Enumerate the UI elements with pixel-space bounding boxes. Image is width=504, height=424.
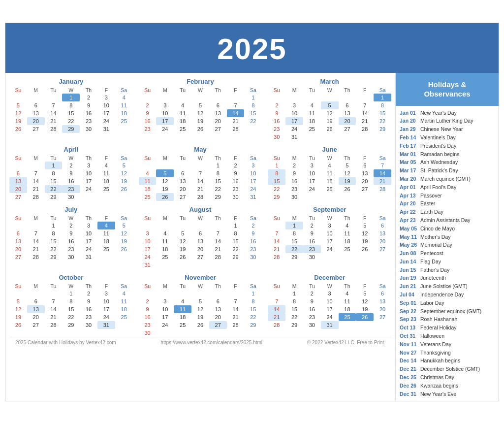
cal-day: 22 [209, 185, 227, 193]
cal-day: 3 [321, 222, 339, 229]
cal-day: 24 [321, 245, 339, 253]
cal-table: SuMTuWThFSa12345678910111213141516171819… [268, 155, 391, 201]
day-header: W [321, 283, 339, 290]
month-title: July [9, 206, 133, 213]
cal-day [244, 261, 262, 269]
holiday-row: Apr 23Admin Assistants Day [400, 216, 495, 225]
cal-day: 20 [174, 185, 191, 193]
cal-day: 3 [80, 222, 97, 229]
day-header: Su [139, 283, 157, 290]
calendar-area: JanuarySuMTuWThFSa1234567891011121314151… [5, 73, 395, 401]
day-header: Sa [244, 215, 262, 222]
cal-day: 15 [62, 109, 80, 117]
cal-day: 21 [45, 117, 63, 125]
holiday-name: December Solstice (GMT) [420, 365, 480, 373]
cal-day: 18 [156, 245, 174, 253]
cal-day: 15 [45, 237, 63, 245]
cal-day: 20 [27, 313, 45, 321]
cal-day: 14 [27, 237, 45, 245]
cal-day: 9 [227, 169, 245, 177]
cal-day: 22 [62, 117, 80, 125]
cal-day: 25 [97, 185, 115, 193]
cal-day [45, 94, 63, 101]
day-header: Sa [374, 283, 391, 290]
cal-day [80, 193, 97, 201]
cal-day: 3 [156, 101, 174, 109]
cal-day: 5 [156, 169, 174, 177]
day-header: W [321, 87, 339, 94]
cal-day: 31 [285, 133, 303, 141]
holiday-date: Oct 31 [400, 332, 420, 340]
cal-day [227, 94, 245, 101]
cal-day: 6 [27, 297, 45, 305]
cal-day: 31 [80, 253, 97, 261]
month-title: June [268, 146, 391, 153]
cal-day: 5 [115, 162, 133, 169]
holiday-name: Kwanzaa begins [420, 382, 458, 390]
cal-day: 9 [80, 101, 97, 109]
day-header: Th [209, 215, 227, 222]
day-header: W [191, 155, 209, 162]
cal-day [374, 193, 391, 201]
cal-day: 13 [27, 305, 45, 313]
cal-day: 27 [209, 125, 227, 133]
day-header: F [356, 155, 374, 162]
cal-day [174, 222, 191, 229]
holiday-row: Apr 01April Fool's Day [400, 183, 495, 192]
cal-day: 17 [97, 305, 115, 313]
cal-day: 26 [356, 245, 374, 253]
cal-day: 12 [9, 109, 27, 117]
holiday-row: Mar 17St. Patrick's Day [400, 166, 495, 175]
cal-day: 2 [139, 101, 157, 109]
cal-day: 28 [45, 125, 63, 133]
day-header: F [227, 215, 245, 222]
cal-day: 1 [285, 290, 303, 297]
day-header: F [227, 283, 245, 290]
cal-day: 26 [174, 253, 191, 261]
cal-day: 8 [62, 297, 80, 305]
day-header: F [97, 87, 115, 94]
cal-day: 16 [303, 305, 321, 313]
cal-day: 25 [115, 117, 133, 125]
holiday-name: Flag Day [420, 258, 441, 266]
cal-day: 12 [156, 177, 174, 185]
cal-day [268, 94, 285, 101]
cal-day: 26 [9, 321, 27, 329]
cal-day: 24 [285, 125, 303, 133]
cal-day: 22 [244, 117, 262, 125]
cal-day [374, 321, 391, 329]
cal-day: 26 [356, 313, 374, 321]
holiday-name: Juneteenth [420, 274, 446, 282]
holiday-row: May 26Memorial Day [400, 241, 495, 249]
cal-day: 18 [321, 177, 339, 185]
cal-day: 14 [191, 177, 209, 185]
holiday-name: St. Patrick's Day [420, 166, 458, 175]
cal-day: 7 [45, 101, 63, 109]
holiday-name: Rosh Hashanah [420, 315, 457, 324]
cal-day: 28 [27, 193, 45, 201]
cal-day: 22 [45, 245, 63, 253]
cal-day: 1 [374, 94, 391, 101]
cal-day: 1 [62, 94, 80, 101]
cal-day: 12 [356, 229, 374, 237]
cal-day: 23 [244, 245, 262, 253]
day-header: Su [9, 215, 27, 222]
day-header: W [321, 155, 339, 162]
cal-day: 30 [80, 125, 97, 133]
cal-day: 19 [191, 117, 209, 125]
holiday-name: Thanksgiving [420, 349, 451, 357]
holiday-name: March equinox (GMT) [420, 175, 471, 183]
cal-day: 9 [62, 229, 80, 237]
cal-day: 18 [303, 117, 321, 125]
cal-day: 31 [321, 321, 339, 329]
cal-day: 25 [115, 313, 133, 321]
cal-day: 28 [191, 193, 209, 201]
cal-day: 9 [139, 109, 157, 117]
cal-day: 26 [191, 125, 209, 133]
holiday-date: Jun 15 [400, 266, 420, 274]
cal-day: 30 [80, 321, 97, 329]
cal-day: 27 [356, 185, 374, 193]
cal-day: 12 [115, 169, 133, 177]
cal-day: 20 [356, 177, 374, 185]
holiday-date: Jan 01 [400, 109, 420, 117]
